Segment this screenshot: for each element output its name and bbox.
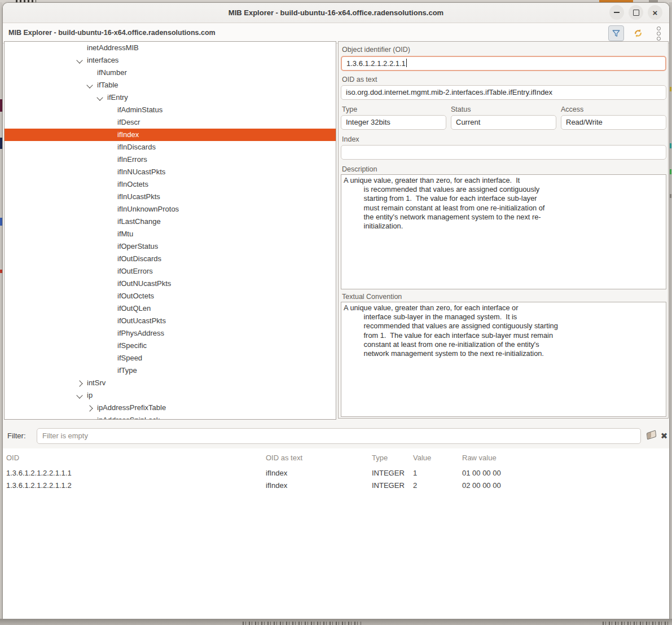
type-field[interactable]: Integer 32bits [341, 115, 446, 130]
tree-item-label: ifPhysAddress [117, 327, 164, 340]
tree-item-label: ifOutOctets [117, 290, 154, 302]
tree-item-label: ip [87, 389, 93, 402]
tree-item-ifEntry[interactable]: ifEntry [5, 91, 336, 104]
tree-item-interfaces[interactable]: interfaces [5, 54, 336, 67]
tree-item-ifInUnknownProtos[interactable]: ifInUnknownProtos [5, 203, 336, 215]
access-label: Access [561, 105, 583, 114]
filter-input[interactable]: Filter is empty [37, 428, 641, 444]
tree-item-ifInOctets[interactable]: ifInOctets [5, 178, 336, 191]
oid-as-text-label: OID as text [342, 75, 377, 84]
tree-item-ifOutUcastPkts[interactable]: ifOutUcastPkts [5, 315, 336, 327]
tree-item-ifInDiscards[interactable]: ifInDiscards [5, 141, 336, 153]
tree-item-intSrv[interactable]: intSrv [5, 377, 336, 389]
tree-item-label: ipAddressPrefixTable [97, 402, 166, 414]
tree-item-label: ifAdminStatus [117, 104, 162, 116]
tree-item-ifLastChange[interactable]: ifLastChange [5, 215, 336, 228]
text-caret [406, 59, 407, 67]
window-title: MIB Explorer - build-ubuntu-16-x64.offic… [3, 3, 669, 23]
tree-item-label: ifOutErrors [117, 265, 153, 278]
table-row[interactable]: 1.3.6.1.2.1.2.2.1.1.1ifIndexINTEGER101 0… [3, 467, 669, 479]
tree-item-label: ifOutDiscards [117, 253, 161, 265]
tree-item-ifTable[interactable]: ifTable [5, 79, 336, 91]
table-cell: 1.3.6.1.2.1.2.2.1.1.2 [6, 479, 72, 492]
tree-item-label: ifOutUcastPkts [117, 315, 166, 327]
tree-item-label: ifInOctets [117, 178, 148, 191]
minimize-button[interactable] [609, 5, 624, 20]
column-header[interactable]: Raw value [462, 452, 497, 464]
chevron-down-icon[interactable] [76, 57, 82, 63]
close-filter-icon[interactable]: ✖ [658, 428, 670, 444]
tree-item-ifInNUcastPkts[interactable]: ifInNUcastPkts [5, 166, 336, 178]
maximize-button[interactable] [629, 5, 643, 20]
tree-item-ifInUcastPkts[interactable]: ifInUcastPkts [5, 191, 336, 203]
tree-item-ifOperStatus[interactable]: ifOperStatus [5, 240, 336, 253]
tree-item-ifDescr[interactable]: ifDescr [5, 116, 336, 129]
access-field[interactable]: Read/Write [561, 115, 666, 130]
table-cell: 02 00 00 00 [462, 479, 501, 492]
tree-item-ifOutQLen[interactable]: ifOutQLen [5, 302, 336, 315]
tree-item-ifAdminStatus[interactable]: ifAdminStatus [5, 104, 336, 116]
walk-results-table: OIDOID as textTypeValueRaw value 1.3.6.1… [3, 448, 669, 620]
oid-as-text-field[interactable]: iso.org.dod.internet.mgmt.mib-2.interfac… [341, 85, 666, 100]
view-menu-button[interactable] [652, 26, 665, 41]
tree-item-ifMtu[interactable]: ifMtu [5, 228, 336, 240]
tree-item-label: ifOutNUcastPkts [117, 278, 171, 290]
tree-item-ifIndex[interactable]: ifIndex [5, 129, 336, 141]
tree-item-ifOutNUcastPkts[interactable]: ifOutNUcastPkts [5, 278, 336, 290]
table-row[interactable]: 1.3.6.1.2.1.2.2.1.1.2ifIndexINTEGER202 0… [3, 479, 669, 492]
tree-item-ifOutDiscards[interactable]: ifOutDiscards [5, 253, 336, 265]
close-button[interactable]: × [648, 5, 662, 20]
tree-item-ifInErrors[interactable]: ifInErrors [5, 153, 336, 166]
tree-item-label: ifMtu [117, 228, 133, 240]
column-header[interactable]: OID [6, 452, 19, 464]
tree-item-ifOutErrors[interactable]: ifOutErrors [5, 265, 336, 278]
filter-toggle-button[interactable] [608, 25, 624, 41]
tree-item-ipAddressSpinLock[interactable]: ipAddressSpinLock [5, 414, 336, 420]
results-header-row: OIDOID as textTypeValueRaw value [3, 452, 669, 464]
table-cell: ifIndex [266, 467, 287, 479]
index-field[interactable] [341, 145, 666, 160]
column-header[interactable]: Value [413, 452, 431, 464]
tree-item-ip[interactable]: ip [5, 389, 336, 402]
tree-item-label: inetAddressMIB [87, 42, 139, 54]
table-cell: 2 [413, 479, 417, 492]
refresh-button[interactable] [632, 26, 644, 41]
description-text[interactable]: A unique value, greater than zero, for e… [341, 174, 666, 289]
column-header[interactable]: OID as text [266, 452, 302, 464]
tree-item-ipAddressPrefixTable[interactable]: ipAddressPrefixTable [5, 402, 336, 414]
chevron-right-icon[interactable] [86, 405, 93, 411]
tree-item-label: ifIndex [117, 129, 139, 141]
tree-item-label: intSrv [87, 377, 106, 389]
tree-item-ifNumber[interactable]: ifNumber [5, 67, 336, 79]
status-label: Status [451, 105, 471, 114]
table-cell: 1 [413, 467, 417, 479]
tree-item-label: ifEntry [107, 91, 128, 104]
column-header[interactable]: Type [372, 452, 388, 464]
chevron-down-icon[interactable] [96, 94, 103, 100]
tree-item-label: ifInErrors [117, 153, 147, 166]
tree-item-inetAddressMIB[interactable]: inetAddressMIB [5, 42, 336, 54]
tree-item-ifSpecific[interactable]: ifSpecific [5, 340, 336, 352]
chevron-right-icon[interactable] [76, 380, 82, 386]
tree-item-label: ifInUnknownProtos [117, 203, 179, 215]
chevron-down-icon[interactable] [86, 82, 93, 88]
maximize-icon [633, 10, 639, 16]
tree-item-ifSpeed[interactable]: ifSpeed [5, 352, 336, 364]
tree-item-label: interfaces [87, 54, 118, 67]
textual-convention-text[interactable]: A unique value, greater than zero, for e… [341, 302, 666, 417]
clear-filter-eraser-icon[interactable] [647, 430, 656, 439]
window-titlebar[interactable]: MIB Explorer - build-ubuntu-16-x64.offic… [3, 3, 669, 23]
filter-funnel-icon [612, 29, 621, 38]
tree-item-ifPhysAddress[interactable]: ifPhysAddress [5, 327, 336, 340]
status-field[interactable]: Current [451, 115, 556, 130]
tree-item-ifOutOctets[interactable]: ifOutOctets [5, 290, 336, 302]
table-cell: 1.3.6.1.2.1.2.2.1.1.1 [6, 467, 72, 479]
oid-input[interactable]: 1.3.6.1.2.1.2.2.1.1 [341, 56, 666, 71]
mib-tree[interactable]: inetAddressMIBinterfacesifNumberifTablei… [4, 41, 336, 420]
oid-value: 1.3.6.1.2.1.2.2.1.1 [346, 59, 406, 68]
table-cell: INTEGER [372, 467, 405, 479]
chevron-down-icon[interactable] [76, 392, 82, 398]
desktop-bottom-strip [0, 619, 672, 625]
close-icon: × [653, 8, 658, 17]
tree-item-ifType[interactable]: ifType [5, 364, 336, 377]
